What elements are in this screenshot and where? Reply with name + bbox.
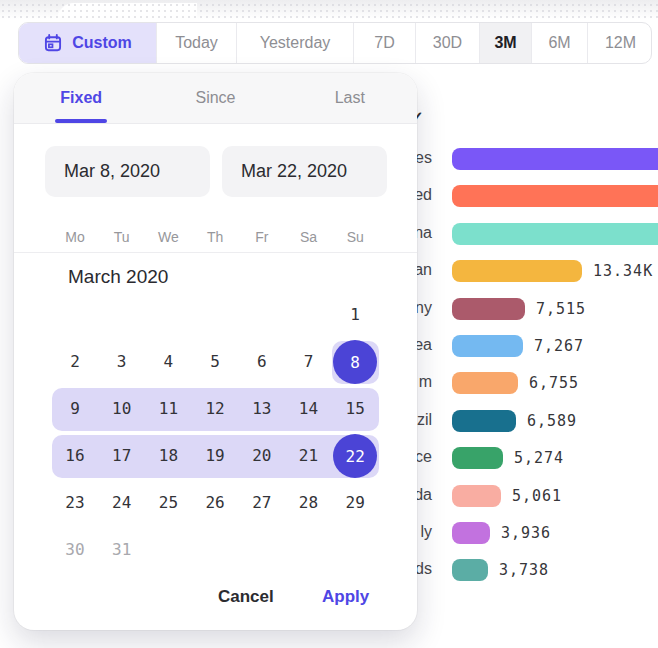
day-3[interactable]: 3 [99, 352, 145, 372]
calendar-icon [43, 33, 63, 53]
weekday-th: Th [192, 229, 238, 245]
range-button-custom[interactable]: Custom [19, 23, 156, 63]
day-6[interactable]: 6 [239, 352, 285, 372]
weekday-mo: Mo [52, 229, 98, 245]
chart-bar [452, 185, 658, 207]
day-12[interactable]: 12 [192, 399, 238, 419]
picker-tab-bar: FixedSinceLast [14, 73, 417, 124]
day-7[interactable]: 7 [286, 352, 332, 372]
chart-bar-value: 5,274 [514, 449, 564, 467]
date-range-toolbar: Custom TodayYesterday7D30D3M6M12M [18, 22, 652, 64]
chart-bar-value: 6,589 [527, 412, 577, 430]
end-date-input[interactable]: Mar 22, 2020 [222, 146, 387, 197]
day-26[interactable]: 26 [192, 493, 238, 513]
tab-last[interactable]: Last [283, 73, 417, 123]
day-22-selected[interactable]: 22 [333, 434, 377, 478]
tab-since[interactable]: Since [148, 73, 282, 123]
range-button-12m[interactable]: 12M [587, 23, 652, 63]
tab-fixed[interactable]: Fixed [14, 73, 148, 123]
chart-bar [452, 522, 490, 544]
chart-bar [452, 335, 523, 357]
divider [14, 252, 417, 253]
weekday-fr: Fr [239, 229, 285, 245]
cancel-button[interactable]: Cancel [218, 587, 274, 607]
day-19[interactable]: 19 [192, 446, 238, 466]
day-8-selected[interactable]: 8 [333, 340, 377, 384]
day-23[interactable]: 23 [52, 493, 98, 513]
day-30: 30 [52, 540, 98, 560]
day-28[interactable]: 28 [286, 493, 332, 513]
chart-bar-value: 7,267 [534, 337, 584, 355]
day-14[interactable]: 14 [286, 399, 332, 419]
day-11[interactable]: 11 [145, 399, 191, 419]
day-17[interactable]: 17 [99, 446, 145, 466]
day-31: 31 [99, 540, 145, 560]
chart-bar-value: 13.34K [593, 262, 653, 280]
day-25[interactable]: 25 [145, 493, 191, 513]
weekday-su: Su [332, 229, 378, 245]
chart-bar-value: 3,936 [501, 524, 551, 542]
day-29[interactable]: 29 [332, 493, 378, 513]
day-2[interactable]: 2 [52, 352, 98, 372]
chart-bar [452, 223, 658, 245]
day-27[interactable]: 27 [239, 493, 285, 513]
start-date-input[interactable]: Mar 8, 2020 [45, 146, 210, 197]
chart-bar [452, 148, 658, 170]
day-5[interactable]: 5 [192, 352, 238, 372]
chart-bar [452, 372, 518, 394]
range-button-7d[interactable]: 7D [353, 23, 415, 63]
weekday-we: We [145, 229, 191, 245]
range-button-yesterday[interactable]: Yesterday [236, 23, 353, 63]
day-16[interactable]: 16 [52, 446, 98, 466]
day-15[interactable]: 15 [332, 399, 378, 419]
day-13[interactable]: 13 [239, 399, 285, 419]
chart-bar [452, 410, 516, 432]
range-button-3m[interactable]: 3M [479, 23, 531, 63]
range-button-6m[interactable]: 6M [531, 23, 587, 63]
range-button-today[interactable]: Today [156, 23, 236, 63]
weekday-sa: Sa [286, 229, 332, 245]
active-tab-underline [55, 119, 107, 123]
chart-bar [452, 260, 582, 282]
day-1[interactable]: 1 [332, 305, 378, 325]
day-4[interactable]: 4 [145, 352, 191, 372]
chart-bar-value: 7,515 [536, 300, 586, 318]
chart-bar [452, 447, 503, 469]
chart-bar-value: 6,755 [529, 374, 579, 392]
month-title: March 2020 [68, 266, 168, 288]
day-9[interactable]: 9 [52, 399, 98, 419]
day-20[interactable]: 20 [239, 446, 285, 466]
range-button-30d[interactable]: 30D [415, 23, 479, 63]
chart-bar-value: 3,738 [499, 561, 549, 579]
weekday-tu: Tu [99, 229, 145, 245]
dotted-texture [0, 0, 658, 18]
day-24[interactable]: 24 [99, 493, 145, 513]
chart-bar [452, 298, 525, 320]
day-10[interactable]: 10 [99, 399, 145, 419]
chart-bar [452, 485, 501, 507]
chart-bar [452, 559, 488, 581]
apply-button[interactable]: Apply [322, 587, 369, 607]
day-18[interactable]: 18 [145, 446, 191, 466]
date-picker-popup: FixedSinceLast Mar 8, 2020 Mar 22, 2020 … [14, 73, 417, 630]
range-button-custom-label: Custom [72, 34, 132, 52]
chart-bar-value: 5,061 [512, 487, 562, 505]
day-21[interactable]: 21 [286, 446, 332, 466]
